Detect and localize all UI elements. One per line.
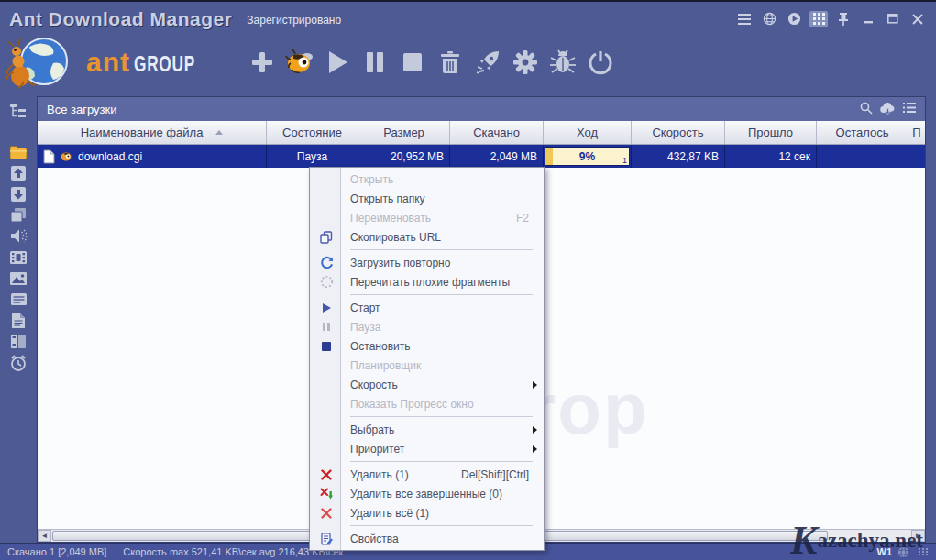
- column-header-downloaded[interactable]: Скачано: [450, 121, 544, 144]
- menu-item-open[interactable]: Открыть: [310, 170, 544, 189]
- minimize-icon[interactable]: [859, 11, 877, 27]
- column-header-state[interactable]: Состояние: [267, 121, 358, 144]
- menu-item-recheck-fragments[interactable]: Перечитать плохие фрагменты: [310, 272, 544, 291]
- status-downloaded: Скачано 1 [2,049 MB]: [7, 546, 106, 557]
- menu-separator: [350, 461, 533, 462]
- debug-bug-button[interactable]: [544, 42, 581, 82]
- ant-logo-icon: [6, 36, 70, 89]
- layout-grid-icon[interactable]: [809, 11, 828, 27]
- scroll-left-arrow-icon[interactable]: ◄: [38, 530, 51, 542]
- copy-icon: [317, 227, 336, 247]
- menu-item-speed[interactable]: Скорость: [310, 375, 544, 394]
- column-header-remaining[interactable]: Осталось: [817, 121, 908, 144]
- state-cell: Пауза: [267, 145, 358, 168]
- menu-item-scheduler[interactable]: Планировщик: [310, 356, 544, 375]
- search-icon[interactable]: [860, 102, 873, 117]
- elapsed-cell: 12 сек: [725, 145, 817, 168]
- column-header-name[interactable]: Наименование файла: [38, 121, 267, 144]
- menu-item-priority[interactable]: Приоритет: [310, 439, 544, 458]
- watermark-rest: azachya.net: [817, 529, 923, 553]
- progress-label: 9%: [545, 148, 629, 165]
- category-scheduler-clock-icon[interactable]: [8, 353, 28, 372]
- menu-separator: [350, 249, 533, 250]
- speed-rocket-button[interactable]: [468, 42, 506, 82]
- add-download-button[interactable]: [243, 42, 281, 82]
- column-header-extra[interactable]: П: [908, 121, 925, 144]
- column-header-elapsed[interactable]: Прошло: [725, 121, 817, 144]
- start-button[interactable]: [318, 42, 356, 82]
- app-window: Ant Download Manager Зарегистрировано: [0, 0, 936, 560]
- delete-button[interactable]: [431, 42, 468, 82]
- menu-item-properties[interactable]: Свойства: [310, 529, 544, 548]
- menu-item-show-progress-window[interactable]: Показать Прогресс окно: [310, 394, 544, 413]
- delete-x-icon: [317, 465, 336, 484]
- menu-item-delete-all[interactable]: Удалить всё (1): [310, 503, 544, 522]
- brand-ant: ant: [86, 47, 130, 78]
- categories-tree-icon[interactable]: [8, 101, 28, 120]
- play-icon: [317, 298, 336, 317]
- menu-item-redownload[interactable]: Загрузить повторно: [310, 253, 544, 272]
- globe-icon[interactable]: [760, 11, 778, 27]
- menu-item-copy-url[interactable]: Скопировать URL: [310, 227, 544, 247]
- menu-separator: [350, 416, 533, 417]
- progress-badge: 1: [622, 156, 627, 165]
- menu-item-start[interactable]: Старт: [310, 298, 544, 317]
- view-list-icon[interactable]: [903, 102, 916, 116]
- registration-status: Зарегистрировано: [247, 14, 341, 27]
- watermark-initial: K: [790, 529, 817, 553]
- brand-group: GROUP: [134, 51, 195, 77]
- speed-cell: 432,87 KB: [632, 145, 725, 168]
- file-name: download.cgi: [78, 150, 142, 163]
- delete-completed-icon: [317, 484, 336, 503]
- menu-item-select[interactable]: Выбрать: [310, 420, 544, 439]
- play-circle-icon[interactable]: [785, 11, 803, 27]
- submenu-arrow-icon: [533, 445, 537, 453]
- settings-gear-button[interactable]: [506, 42, 544, 82]
- column-header-size[interactable]: Размер: [358, 121, 450, 144]
- progress-bar: 9% 1: [545, 147, 630, 166]
- app-title: Ant Download Manager: [9, 8, 232, 30]
- category-audio-icon[interactable]: [8, 226, 28, 246]
- menu-item-open-folder[interactable]: Открыть папку: [310, 189, 544, 208]
- category-documents-icon[interactable]: [8, 311, 28, 330]
- column-header-progress[interactable]: Ход: [544, 121, 632, 144]
- download-row-selected[interactable]: download.cgi Пауза 20,952 MB 2,049 MB 9%…: [38, 145, 925, 168]
- background-watermark: rop: [528, 368, 649, 451]
- menu-item-delete[interactable]: Удалить (1)Del[Shift][Ctrl]: [310, 465, 544, 484]
- refresh-icon: [317, 253, 336, 272]
- menu-item-delete-completed[interactable]: Удалить все завершенные (0): [310, 484, 544, 503]
- column-header-speed[interactable]: Скорость: [632, 121, 725, 144]
- size-cell: 20,952 MB: [358, 145, 450, 168]
- category-uploading-icon[interactable]: [8, 163, 28, 182]
- menu-item-stop[interactable]: Остановить: [310, 336, 544, 356]
- close-icon[interactable]: [908, 11, 927, 27]
- file-name-cell: download.cgi: [38, 145, 267, 168]
- category-programs-icon[interactable]: [8, 205, 28, 225]
- menu-item-rename[interactable]: ПереименоватьF2: [310, 208, 544, 227]
- category-all-folder-icon[interactable]: [8, 142, 28, 161]
- stop-button[interactable]: [393, 42, 431, 82]
- exit-power-button[interactable]: [581, 42, 619, 82]
- remaining-cell: [817, 145, 908, 168]
- menu-separator: [350, 294, 533, 295]
- sort-ascending-icon: [215, 130, 223, 135]
- pause-icon: [317, 317, 336, 336]
- category-images-icon[interactable]: [8, 269, 28, 288]
- submenu-arrow-icon: [533, 381, 537, 389]
- restore-icon[interactable]: [884, 11, 902, 27]
- fragments-icon: [317, 272, 336, 291]
- category-text-icon[interactable]: [8, 290, 28, 309]
- toolbar: ant GROUP: [0, 34, 936, 91]
- extra-cell: [908, 145, 925, 168]
- cloud-download-icon[interactable]: [880, 102, 896, 117]
- site-watermark: Kazachya.net: [790, 529, 923, 553]
- category-archives-icon[interactable]: [8, 332, 28, 351]
- menu-item-pause[interactable]: Пауза: [310, 317, 544, 336]
- bee-grabber-icon[interactable]: [281, 42, 318, 82]
- menu-icon[interactable]: [735, 11, 754, 27]
- pin-icon[interactable]: [834, 11, 853, 27]
- stop-icon: [317, 336, 336, 356]
- pause-button[interactable]: [356, 42, 393, 82]
- category-video-icon[interactable]: [8, 247, 28, 267]
- category-downloading-icon[interactable]: [8, 184, 28, 203]
